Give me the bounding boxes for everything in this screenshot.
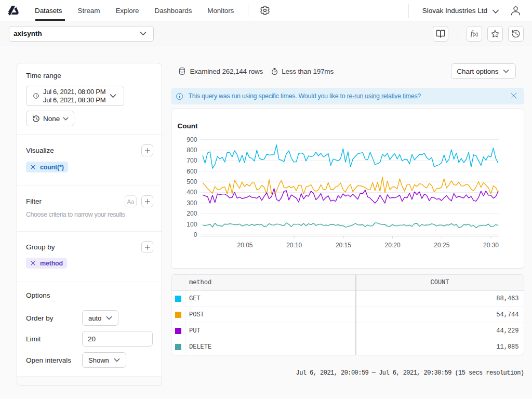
svg-text:700: 700 [187, 157, 197, 164]
svg-text:20:15: 20:15 [335, 242, 351, 249]
svg-text:800: 800 [187, 147, 197, 154]
svg-text:400: 400 [187, 189, 197, 196]
svg-text:900: 900 [187, 136, 197, 143]
svg-text:0: 0 [193, 231, 197, 238]
svg-text:20:05: 20:05 [237, 242, 252, 249]
svg-text:20:10: 20:10 [286, 242, 302, 249]
svg-text:300: 300 [187, 200, 197, 207]
svg-text:100: 100 [187, 221, 197, 228]
svg-text:20:30: 20:30 [483, 242, 498, 249]
svg-text:500: 500 [187, 178, 197, 185]
svg-text:Count: Count [177, 122, 197, 130]
svg-text:20:25: 20:25 [434, 242, 449, 249]
svg-text:200: 200 [187, 210, 197, 217]
svg-text:20:20: 20:20 [384, 242, 400, 249]
svg-text:600: 600 [187, 168, 197, 175]
